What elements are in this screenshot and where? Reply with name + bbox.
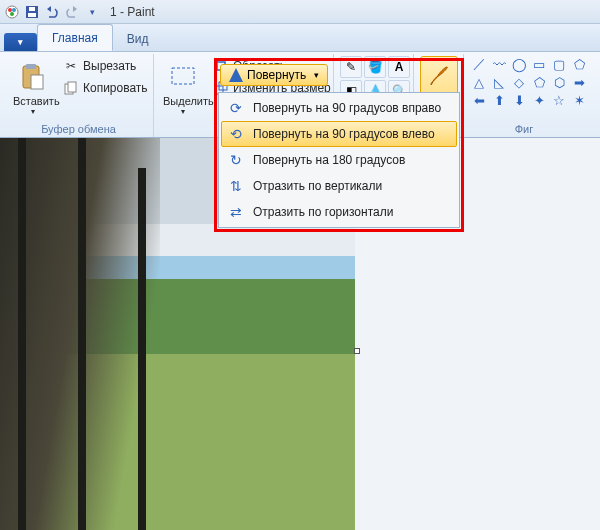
svg-rect-8	[26, 64, 36, 69]
shape-triangle[interactable]: △	[470, 74, 488, 90]
shape-arrow-l[interactable]: ⬅	[470, 92, 488, 108]
shape-rect[interactable]: ▭	[530, 56, 548, 72]
cut-label: Вырезать	[83, 59, 136, 73]
canvas-resize-handle[interactable]	[354, 348, 360, 354]
shape-rtriangle[interactable]: ◺	[490, 74, 508, 90]
shape-line[interactable]: ／	[470, 56, 488, 72]
rotate-90-left[interactable]: ⟲ Повернуть на 90 градусов влево	[221, 121, 457, 147]
flip-vertical-icon: ⇅	[227, 177, 245, 195]
paste-icon	[17, 61, 49, 93]
cut-button[interactable]: ✂ Вырезать	[60, 56, 151, 76]
scissors-icon: ✂	[63, 58, 79, 74]
quick-access-toolbar: ▾	[4, 4, 100, 20]
redo-icon[interactable]	[64, 4, 80, 20]
select-button[interactable]: Выделить	[160, 56, 206, 121]
flip-horizontal[interactable]: ⇄ Отразить по горизонтали	[221, 199, 457, 225]
shape-arrow-r[interactable]: ➡	[570, 74, 588, 90]
shape-pentagon[interactable]: ⬠	[530, 74, 548, 90]
copy-icon	[63, 80, 79, 96]
tab-home[interactable]: Главная	[37, 24, 113, 51]
rotate-90-right-label: Повернуть на 90 градусов вправо	[253, 101, 441, 115]
tab-view[interactable]: Вид	[113, 26, 163, 51]
rotate-right-icon: ⟳	[227, 99, 245, 117]
rotate-90-right[interactable]: ⟳ Повернуть на 90 градусов вправо	[221, 95, 457, 121]
group-clipboard-label: Буфер обмена	[10, 122, 147, 135]
window-title: 1 - Paint	[110, 5, 155, 19]
shapes-gallery[interactable]: ／ 〰 ◯ ▭ ▢ ⬠ △ ◺ ◇ ⬠ ⬡ ➡ ⬅ ⬆ ⬇ ✦ ☆ ✶	[470, 56, 588, 108]
rotate-180-icon: ↻	[227, 151, 245, 169]
svg-point-2	[12, 8, 16, 12]
rotate-button[interactable]: Повернуть	[220, 64, 328, 86]
shape-roundrect[interactable]: ▢	[550, 56, 568, 72]
svg-point-3	[10, 12, 14, 16]
svg-rect-11	[68, 82, 76, 92]
shape-oval[interactable]: ◯	[510, 56, 528, 72]
rotate-180-label: Повернуть на 180 градусов	[253, 153, 405, 167]
group-shapes-label: Фиг	[470, 122, 578, 135]
chevron-down-icon	[163, 107, 203, 116]
rotate-menu: ⟳ Повернуть на 90 градусов вправо ⟲ Пове…	[218, 92, 460, 228]
flip-vertical[interactable]: ⇅ Отразить по вертикали	[221, 173, 457, 199]
photo-foreground	[0, 138, 160, 530]
paste-label: Вставить	[13, 95, 53, 107]
svg-rect-6	[29, 7, 35, 11]
shape-star5[interactable]: ☆	[550, 92, 568, 108]
shape-diamond[interactable]: ◇	[510, 74, 528, 90]
svg-rect-5	[28, 13, 36, 17]
shape-polygon[interactable]: ⬠	[570, 56, 588, 72]
select-icon	[167, 61, 199, 93]
title-bar: ▾ 1 - Paint	[0, 0, 600, 24]
shape-star6[interactable]: ✶	[570, 92, 588, 108]
shape-arrow-u[interactable]: ⬆	[490, 92, 508, 108]
app-icon	[4, 4, 20, 20]
file-tab[interactable]	[4, 33, 37, 51]
rotate-90-left-label: Повернуть на 90 градусов влево	[253, 127, 435, 141]
ribbon-tabs: Главная Вид	[0, 24, 600, 52]
svg-rect-9	[31, 75, 43, 89]
copy-label: Копировать	[83, 81, 148, 95]
copy-button[interactable]: Копировать	[60, 78, 151, 98]
shape-hexagon[interactable]: ⬡	[550, 74, 568, 90]
select-label: Выделить	[163, 95, 203, 107]
shape-curve[interactable]: 〰	[490, 56, 508, 72]
flip-vertical-label: Отразить по вертикали	[253, 179, 382, 193]
svg-point-1	[8, 8, 12, 12]
paste-button[interactable]: Вставить	[10, 56, 56, 121]
rotate-highlight-box: Повернуть ⟳ Повернуть на 90 градусов впр…	[214, 58, 464, 232]
shape-star4[interactable]: ✦	[530, 92, 548, 108]
rotate-label: Повернуть	[247, 68, 306, 82]
svg-rect-12	[172, 68, 194, 84]
qat-customize-icon[interactable]: ▾	[84, 4, 100, 20]
group-clipboard: Вставить ✂ Вырезать Копировать Буфер обм…	[4, 54, 154, 137]
chevron-down-icon	[13, 107, 53, 116]
undo-icon[interactable]	[44, 4, 60, 20]
save-icon[interactable]	[24, 4, 40, 20]
rotate-180[interactable]: ↻ Повернуть на 180 градусов	[221, 147, 457, 173]
rotate-left-icon: ⟲	[227, 125, 245, 143]
shape-arrow-d[interactable]: ⬇	[510, 92, 528, 108]
flip-horizontal-icon: ⇄	[227, 203, 245, 221]
group-shapes: ／ 〰 ◯ ▭ ▢ ⬠ △ ◺ ◇ ⬠ ⬡ ➡ ⬅ ⬆ ⬇ ✦ ☆ ✶ Фиг	[464, 54, 584, 137]
flip-horizontal-label: Отразить по горизонтали	[253, 205, 393, 219]
